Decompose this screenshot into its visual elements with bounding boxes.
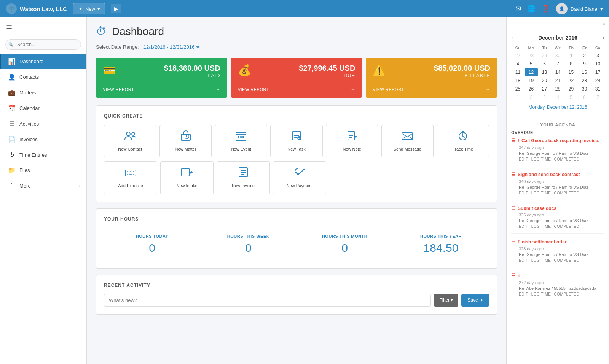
agenda-edit[interactable]: EDIT xyxy=(519,157,528,161)
agenda-log-time[interactable]: LOG TIME xyxy=(531,224,551,229)
sidebar-item-time-entries[interactable]: ⏱ Time Entries xyxy=(0,147,86,162)
cal-date[interactable]: 8 xyxy=(564,60,578,68)
cal-date[interactable]: 11 xyxy=(511,68,525,76)
cal-date-today[interactable]: 12 xyxy=(525,68,538,76)
cal-date[interactable]: 31 xyxy=(591,85,604,93)
agenda-edit[interactable]: EDIT xyxy=(519,191,528,195)
agenda-edit[interactable]: EDIT xyxy=(519,224,528,229)
paid-footer[interactable]: VIEW REPORT → xyxy=(103,83,220,92)
agenda-edit[interactable]: EDIT xyxy=(519,292,528,296)
track-time-button[interactable]: Track Time xyxy=(437,125,489,157)
cal-date[interactable]: 3 xyxy=(591,51,604,60)
agenda-completed[interactable]: COMPLETED xyxy=(554,292,579,296)
cal-date[interactable]: 19 xyxy=(525,76,538,85)
cal-date[interactable]: 26 xyxy=(525,85,538,93)
new-event-button[interactable]: New Event xyxy=(215,125,267,157)
cal-date[interactable]: 30 xyxy=(578,85,591,93)
cal-date[interactable]: 1 xyxy=(511,93,525,102)
cal-date[interactable]: 6 xyxy=(578,93,591,102)
cal-date[interactable]: 2 xyxy=(525,93,538,102)
activity-input[interactable] xyxy=(104,294,431,307)
agenda-completed[interactable]: COMPLETED xyxy=(554,157,579,161)
new-invoice-button[interactable]: New Invoice xyxy=(217,161,270,194)
sidebar-item-contacts[interactable]: 👤 Contacts xyxy=(0,69,86,85)
cal-date[interactable]: 24 xyxy=(591,76,604,85)
cal-date[interactable]: 7 xyxy=(551,60,564,68)
calendar-next-button[interactable]: › xyxy=(603,35,604,41)
cal-date[interactable]: 3 xyxy=(538,93,551,102)
due-footer[interactable]: VIEW REPORT → xyxy=(238,83,356,92)
agenda-edit[interactable]: EDIT xyxy=(519,258,528,262)
today-link[interactable]: Monday, December 12, 2016 xyxy=(511,102,604,113)
cal-date[interactable]: 15 xyxy=(564,68,578,76)
cal-date[interactable]: 13 xyxy=(538,68,551,76)
new-intake-button[interactable]: New Intake xyxy=(160,161,214,194)
help-icon[interactable]: ❓ xyxy=(542,5,550,13)
calendar-prev-button[interactable]: ‹ xyxy=(511,35,513,41)
send-message-button[interactable]: Send Message xyxy=(381,125,434,157)
cal-date[interactable]: 21 xyxy=(551,76,564,85)
agenda-completed[interactable]: COMPLETED xyxy=(554,258,579,262)
cal-date[interactable]: 10 xyxy=(591,60,604,68)
new-payment-button[interactable]: New Payment xyxy=(273,161,326,194)
cal-date[interactable]: 23 xyxy=(578,76,591,85)
sidebar-item-activities[interactable]: ☰ Activities xyxy=(0,116,86,132)
sidebar-item-files[interactable]: 📁 Files xyxy=(0,162,86,178)
user-menu[interactable]: 👤 David Blane ▾ xyxy=(556,3,603,14)
cal-date[interactable]: 4 xyxy=(511,60,525,68)
agenda-log-time[interactable]: LOG TIME xyxy=(531,292,551,296)
agenda-log-time[interactable]: LOG TIME xyxy=(531,258,551,262)
globe-icon[interactable]: 🌐 xyxy=(527,5,536,13)
cal-date[interactable]: 7 xyxy=(591,93,604,102)
billable-footer[interactable]: VIEW REPORT → xyxy=(373,83,490,92)
sidebar-item-invoices[interactable]: 📄 Invoices xyxy=(0,132,86,147)
mail-icon[interactable]: ✉ xyxy=(515,5,521,13)
cal-date[interactable]: 4 xyxy=(551,93,564,102)
new-contact-button[interactable]: New Contact xyxy=(104,125,156,157)
cal-date[interactable]: 2 xyxy=(578,51,591,60)
cal-date[interactable]: 27 xyxy=(511,51,525,60)
agenda-log-time[interactable]: LOG TIME xyxy=(531,191,551,195)
sidebar-item-matters[interactable]: 💼 Matters xyxy=(0,85,86,100)
cal-date[interactable]: 5 xyxy=(564,93,578,102)
collapse-panel-button[interactable]: » xyxy=(602,21,605,27)
hamburger-menu[interactable]: ☰ xyxy=(0,17,86,35)
agenda-item-title[interactable]: ☰ df xyxy=(511,273,604,279)
cal-date[interactable]: 6 xyxy=(538,60,551,68)
new-task-button[interactable]: New Task xyxy=(270,125,323,157)
agenda-log-time[interactable]: LOG TIME xyxy=(531,157,551,161)
play-button[interactable]: ▶ xyxy=(111,4,121,13)
agenda-item-title[interactable]: ☰ Submit case docs xyxy=(511,205,604,212)
cal-date[interactable]: 25 xyxy=(511,85,525,93)
agenda-item-title[interactable]: ☰ ! Call George back regarding invoice. xyxy=(511,138,604,144)
cal-date[interactable]: 22 xyxy=(564,76,578,85)
new-button[interactable]: ＋ New ▾ xyxy=(73,3,105,14)
cal-date[interactable]: 29 xyxy=(564,85,578,93)
agenda-item-title[interactable]: ☰ Finish settlement offer xyxy=(511,239,604,245)
cal-date[interactable]: 5 xyxy=(525,60,538,68)
save-button[interactable]: Save ➜ xyxy=(461,294,489,307)
agenda-completed[interactable]: COMPLETED xyxy=(554,191,579,195)
agenda-completed[interactable]: COMPLETED xyxy=(554,224,579,229)
cal-date[interactable]: 20 xyxy=(538,76,551,85)
cal-date[interactable]: 16 xyxy=(578,68,591,76)
cal-date[interactable]: 28 xyxy=(525,51,538,60)
search-input[interactable] xyxy=(5,39,81,50)
cal-date[interactable]: 1 xyxy=(564,51,578,60)
new-matter-button[interactable]: New Matter xyxy=(159,125,212,157)
new-note-button[interactable]: New Note xyxy=(326,125,378,157)
agenda-item-title[interactable]: ☰ Sign and send back contract xyxy=(511,172,604,178)
cal-date[interactable]: 27 xyxy=(538,85,551,93)
cal-date[interactable]: 28 xyxy=(551,85,564,93)
cal-date[interactable]: 30 xyxy=(551,51,564,60)
cal-date[interactable]: 9 xyxy=(578,60,591,68)
cal-date[interactable]: 29 xyxy=(538,51,551,60)
cal-date[interactable]: 18 xyxy=(511,76,525,85)
cal-date[interactable]: 17 xyxy=(591,68,604,76)
sidebar-item-calendar[interactable]: 📅 Calendar xyxy=(0,100,86,116)
add-expense-button[interactable]: Add Expense xyxy=(104,161,157,194)
date-range-select[interactable]: 12/1/2016 - 12/31/2016 xyxy=(142,44,201,50)
sidebar-item-more[interactable]: ⋮ More ‹ xyxy=(0,178,86,194)
sidebar-item-dashboard[interactable]: 📊 Dashboard xyxy=(0,54,86,69)
cal-date[interactable]: 14 xyxy=(551,68,564,76)
